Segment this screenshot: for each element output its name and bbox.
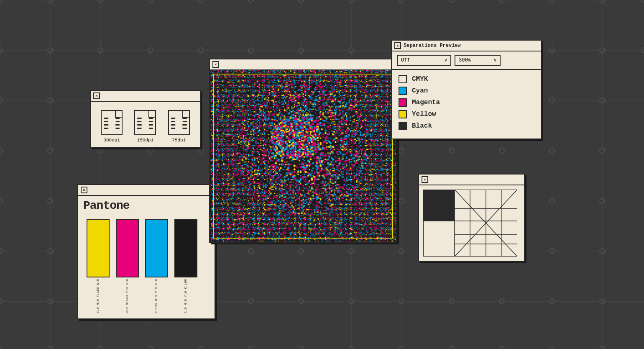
sep-dropdown-off[interactable]: Off ∨ [397,55,451,66]
svg-point-106 [549,346,555,349]
swatch-yellow[interactable]: C:0 M:0 Y:100 K:0 [83,219,112,313]
main-window: ✕ [209,59,397,243]
svg-point-46 [148,148,153,153]
close-icon: ✕ [83,187,85,192]
svg-point-96 [48,346,53,349]
svg-point-56 [0,198,3,203]
chevron-down-icon: ∨ [445,58,447,63]
svg-point-28 [600,48,605,53]
svg-point-95 [0,346,3,349]
swatch-cyan[interactable]: C:100 M:0 Y:0 K:0 [142,219,171,313]
svg-point-30 [0,98,3,103]
close-icon: ✕ [396,43,399,48]
svg-point-92 [499,299,504,304]
svg-point-8 [299,0,304,3]
svg-point-13 [549,0,555,3]
swatch-yellow-bar [87,219,110,277]
sep-swatch-black [399,122,407,130]
svg-point-20 [198,48,203,53]
svg-point-21 [248,48,253,53]
svg-point-107 [600,346,605,349]
sep-label-yellow: Yellow [412,110,436,118]
svg-point-11 [449,0,454,3]
sep-color-magenta[interactable]: Magenta [399,98,534,107]
svg-point-69 [0,249,3,254]
svg-point-88 [299,299,304,304]
sep-color-black[interactable]: Black [399,122,534,130]
svg-point-7 [248,0,253,3]
svg-point-93 [549,299,555,304]
pantone-title: Pantone [78,196,215,215]
sep-dropdown-zoom[interactable]: 300% ∨ [455,55,501,66]
svg-point-83 [48,299,53,304]
sep-swatch-yellow [399,110,407,118]
svg-point-104 [449,346,454,349]
svg-point-74 [248,249,253,254]
sep-color-cyan[interactable]: Cyan [399,87,534,95]
svg-point-68 [600,198,605,203]
svg-point-97 [98,346,103,349]
sep-close-button[interactable]: ✕ [394,42,401,49]
swatch-black-label: C:0 M:0 Y:0 K:100 [184,279,188,313]
close-icon: ✕ [215,62,217,67]
dpi-titlebar: ✕ [91,91,200,102]
svg-point-101 [299,346,304,349]
svg-point-12 [499,0,504,3]
svg-point-27 [549,48,555,53]
svg-point-77 [399,249,404,254]
swatch-cyan-bar [145,219,168,277]
svg-point-67 [549,198,555,203]
svg-point-16 [0,48,3,53]
svg-point-54 [549,148,555,153]
svg-point-45 [98,148,103,153]
svg-point-9 [349,0,354,3]
pantone-close-button[interactable]: ✕ [81,187,87,193]
svg-point-44 [48,148,53,153]
sep-swatch-cmyk [399,75,407,83]
sep-off-label: Off [401,57,410,63]
dpi-close-button[interactable]: ✕ [93,92,100,99]
swatch-magenta-label: C:0 M:100 Y:0 K:0 [125,279,129,313]
sep-color-yellow[interactable]: Yellow [399,110,534,118]
grid-window: ✕ [418,174,525,262]
svg-point-55 [600,148,605,153]
svg-point-2 [0,0,3,3]
dpi-window: ✕ 300dpi 1 [90,90,201,148]
dpi-item-75[interactable]: 75dpi [168,110,190,143]
svg-point-76 [349,249,354,254]
svg-point-89 [349,299,354,304]
dpi-label-150: 150dpi [137,138,154,143]
grid-close-button[interactable]: ✕ [422,176,428,183]
sep-label-cmyk: CMYK [412,75,428,83]
sep-swatch-cyan [399,87,407,95]
svg-point-100 [248,346,253,349]
svg-point-41 [549,98,555,103]
sep-titlebar: ✕ Separations Preview [392,41,541,51]
svg-point-99 [198,346,203,349]
swatch-magenta[interactable]: C:0 M:100 Y:0 K:0 [112,219,142,313]
svg-point-53 [499,148,504,153]
main-close-button[interactable]: ✕ [212,61,219,68]
dpi-item-300[interactable]: 300dpi [101,110,123,143]
dpi-label-300: 300dpi [103,138,120,143]
swatch-black[interactable]: C:0 M:0 Y:0 K:100 [171,219,200,313]
swatch-yellow-label: C:0 M:0 Y:100 K:0 [96,279,100,313]
svg-point-94 [600,299,605,304]
grid-layout-svg [423,190,517,257]
svg-point-70 [48,249,53,254]
dpi-icon-150 [134,110,156,135]
dpi-item-150[interactable]: 150dpi [134,110,156,143]
svg-point-87 [248,299,253,304]
svg-point-80 [549,249,555,254]
sep-color-cmyk[interactable]: CMYK [399,75,534,83]
sep-zoom-label: 300% [459,57,471,63]
pantone-swatches: C:0 M:0 Y:100 K:0 C:0 M:100 Y:0 K:0 C:10… [78,215,215,318]
svg-point-105 [499,346,504,349]
close-icon: ✕ [424,177,426,182]
chevron-down-icon: ∨ [494,58,496,63]
swatch-cyan-label: C:100 M:0 Y:0 K:0 [154,279,158,313]
dpi-content: 300dpi 150dpi 75 [91,102,200,147]
svg-point-23 [349,48,354,53]
close-icon: ✕ [95,93,98,98]
sep-label-black: Black [412,122,432,130]
